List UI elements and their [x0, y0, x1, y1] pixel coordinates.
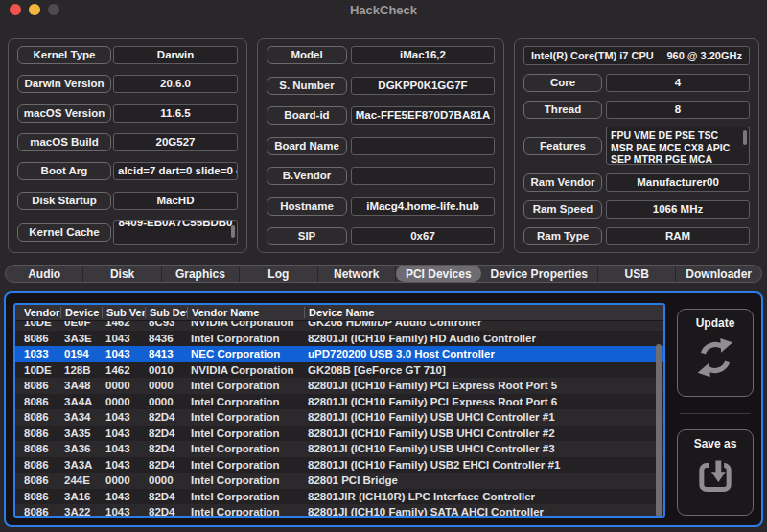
table-cell: 0000 — [102, 396, 145, 407]
table-cell: Intel Corporation — [187, 333, 304, 344]
table-row[interactable]: 80863A34104382D4Intel Corporation82801JI… — [15, 409, 663, 426]
column-header-sub-ven[interactable]: Sub Ven — [102, 307, 145, 318]
actions-divider — [680, 413, 751, 414]
tab-bar: AudioDiskGraphicsLogNetworkPCI DevicesDe… — [5, 265, 762, 283]
field-value-ram-speed[interactable]: 1066 MHz — [606, 200, 750, 219]
update-button[interactable]: Update — [677, 309, 754, 397]
field-value-features[interactable]: FPU VME DE PSE TSC MSR PAE MCE CX8 APIC … — [606, 127, 750, 165]
field-value-disk-startup[interactable]: MacHD — [113, 192, 238, 210]
field-label-macos-version: macOS Version — [17, 104, 111, 123]
table-row[interactable]: 80863A16104382D4Intel Corporation82801JI… — [15, 489, 663, 505]
tab-audio[interactable]: Audio — [6, 266, 83, 282]
field-row-features: FeaturesFPU VME DE PSE TSC MSR PAE MCE C… — [523, 127, 750, 165]
table-cell: 1043 — [102, 411, 145, 423]
field-row-kernel-type: Kernel TypeDarwin — [17, 46, 238, 64]
table-cell: 8086 — [15, 491, 60, 502]
field-row-boot-arg: Boot Argalcid=7 dart=0 slide=0 ch — [17, 162, 238, 180]
field-value-board-id[interactable]: Mac-FFE5EF870D7BA81A — [351, 106, 495, 125]
scrollbar-thumb[interactable] — [743, 130, 747, 145]
field-value-ram-type[interactable]: RAM — [606, 227, 750, 245]
table-cell: 3A35 — [60, 428, 102, 439]
field-label-features: Features — [523, 137, 602, 155]
field-value-kernel-cache[interactable]: 8409-EB0A7C55BDB0 — [113, 220, 238, 245]
tab-log[interactable]: Log — [240, 266, 317, 282]
table-cell: 3A22 — [60, 506, 102, 516]
field-label-kernel-type: Kernel Type — [17, 46, 111, 64]
column-header-vendor-name[interactable]: Vendor Name — [187, 307, 304, 318]
table-row[interactable]: 80863A4800000000Intel Corporation82801JI… — [15, 378, 663, 394]
table-cell: 82D4 — [145, 411, 187, 423]
field-value-hostname[interactable]: iMacg4.home-life.hub — [351, 197, 495, 216]
field-label-boot-arg: Boot Arg — [17, 162, 111, 180]
table-cell: 1043 — [102, 348, 145, 359]
table-cell: 8086 — [15, 396, 60, 407]
tab-device-properties[interactable]: Device Properties — [481, 266, 598, 282]
table-cell: 1033 — [15, 348, 60, 359]
table-row[interactable]: 1033019410438413NEC CorporationuPD720200… — [15, 346, 663, 362]
field-value-core[interactable]: 4 — [606, 74, 750, 92]
field-label-ram-speed: Ram Speed — [523, 200, 602, 219]
table-row[interactable]: 80863A35104382D4Intel Corporation82801JI… — [15, 426, 663, 442]
column-header-device-name[interactable]: Device Name — [304, 307, 663, 318]
table-row[interactable]: 8086244E00000000Intel Corporation82801 P… — [15, 473, 663, 489]
cpu-name-field[interactable]: Intel(R) Core(TM) i7 CPU 960 @ 3.20GHz — [523, 46, 750, 65]
column-header-device[interactable]: Device — [60, 307, 102, 318]
field-value-kernel-type[interactable]: Darwin — [113, 46, 238, 64]
field-value-board-name[interactable] — [351, 137, 495, 155]
save-icon — [678, 458, 753, 497]
tab-graphics[interactable]: Graphics — [162, 266, 240, 282]
field-row-ram-vendor: Ram VendorManufacturer00 — [523, 173, 750, 192]
column-header-vendor[interactable]: Vendor — [15, 307, 60, 318]
table-row[interactable]: 80863A4A00000000Intel Corporation82801JI… — [15, 394, 663, 410]
pci-devices-section: VendorDeviceSub VenSub DevVendor NameDev… — [4, 291, 763, 527]
tab-downloader[interactable]: Downloader — [676, 266, 761, 282]
field-value-macos-build[interactable]: 20G527 — [113, 133, 238, 151]
table-cell: 1043 — [102, 333, 145, 344]
table-scrollbar-thumb[interactable] — [656, 344, 662, 516]
app-window: HackCheck Kernel TypeDarwinDarwin Versio… — [0, 0, 767, 532]
field-value-darwin-version[interactable]: 20.6.0 — [113, 75, 238, 93]
field-label-s-number: S. Number — [267, 77, 347, 95]
tab-usb[interactable]: USB — [598, 266, 676, 282]
field-label-model: Model — [267, 46, 347, 64]
field-label-darwin-version: Darwin Version — [17, 75, 111, 93]
table-scrollbar[interactable] — [654, 338, 662, 514]
field-label-disk-startup: Disk Startup — [17, 192, 111, 210]
scrollbar-thumb[interactable] — [231, 225, 235, 238]
table-row[interactable]: 80863A36104382D4Intel Corporation82801JI… — [15, 441, 663, 457]
field-value-boot-arg[interactable]: alcid=7 dart=0 slide=0 ch — [113, 162, 238, 180]
table-cell: Intel Corporation — [187, 491, 304, 502]
field-value-macos-version[interactable]: 11.6.5 — [113, 104, 238, 123]
cpu-frequency: 960 @ 3.20GHz — [666, 50, 742, 61]
table-cell: 3A36 — [60, 443, 102, 454]
table-row[interactable]: 80863A22104382D4Intel Corporation82801JI… — [15, 504, 663, 516]
field-value-model[interactable]: iMac16,2 — [351, 46, 495, 64]
table-row[interactable]: 10DE128B14620010NVIDIA CorporationGK208B… — [15, 362, 663, 379]
save-as-button[interactable]: Save as — [677, 429, 754, 516]
table-row[interactable]: 10DE0E0F14628C93NVIDIA CorporationGK208 … — [15, 321, 663, 331]
update-button-label: Update — [678, 316, 753, 330]
field-value-sip[interactable]: 0x67 — [351, 227, 495, 245]
table-row[interactable]: 80863A3A104382D4Intel Corporation82801JI… — [15, 457, 663, 474]
field-row-disk-startup: Disk StartupMacHD — [17, 192, 238, 210]
field-row-board-name: Board Name — [267, 137, 495, 155]
save-as-button-label: Save as — [678, 437, 753, 451]
table-cell: 8086 — [15, 333, 60, 344]
tab-network[interactable]: Network — [318, 266, 396, 282]
cpu-panel: Intel(R) Core(TM) i7 CPU 960 @ 3.20GHz C… — [514, 38, 759, 253]
field-value-b-vendor[interactable] — [351, 167, 495, 185]
tab-disk[interactable]: Disk — [83, 266, 161, 282]
table-cell: NEC Corporation — [187, 348, 304, 359]
table-cell: 8086 — [15, 506, 60, 516]
table-row[interactable]: 80863A3E10438436Intel Corporation82801JI… — [15, 331, 663, 347]
table-cell: 82801JIR (ICH10R) LPC Interface Controll… — [304, 491, 663, 502]
field-row-kernel-cache: Kernel Cache8409-EB0A7C55BDB0 — [17, 220, 238, 245]
table-cell: 1043 — [102, 428, 145, 439]
field-value-s-number[interactable]: DGKPP0K1GG7F — [351, 77, 495, 95]
tab-pci-devices[interactable]: PCI Devices — [396, 266, 481, 282]
field-value-ram-vendor[interactable]: Manufacturer00 — [606, 173, 750, 192]
field-value-thread[interactable]: 8 — [606, 101, 750, 119]
field-row-sip: SIP0x67 — [267, 227, 495, 245]
table-cell: 1462 — [102, 321, 145, 328]
column-header-sub-dev[interactable]: Sub Dev — [145, 307, 187, 318]
